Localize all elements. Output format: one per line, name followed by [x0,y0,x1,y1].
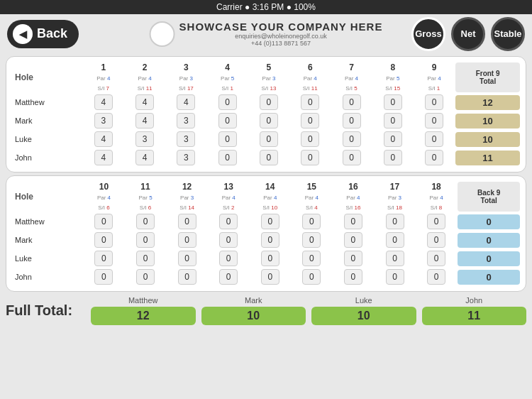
score-input[interactable]: 0 [94,251,113,266]
player-total-value: 10 [201,307,306,325]
score-input[interactable]: 0 [425,113,443,129]
score-input[interactable]: 4 [177,94,195,110]
score-cell: 0 [84,250,124,267]
score-input[interactable]: 3 [177,113,195,129]
score-input[interactable]: 4 [135,113,154,129]
score-input[interactable]: 0 [344,232,362,248]
score-input[interactable]: 0 [261,269,279,285]
score-input[interactable]: 0 [343,113,361,129]
score-input[interactable]: 0 [427,251,445,266]
score-input[interactable]: 0 [94,269,113,285]
score-cell: 0 [375,268,415,285]
score-input[interactable]: 3 [177,150,195,165]
score-input[interactable]: 0 [260,94,278,110]
score-input[interactable]: 0 [384,150,402,165]
score-input[interactable]: 0 [302,214,321,229]
score-input[interactable]: 0 [218,150,237,165]
score-cell: 0 [167,231,207,248]
score-input[interactable]: 0 [425,131,443,147]
score-input[interactable]: 4 [135,150,154,165]
score-input[interactable]: 0 [302,269,321,285]
score-input[interactable]: 0 [218,131,237,147]
score-input[interactable]: 4 [94,150,113,165]
score-input[interactable]: 0 [136,269,155,285]
net-button[interactable]: Net [451,17,485,51]
full-total-section: Full Total: Matthew 12 Mark 10 Luke 10 J… [6,296,526,325]
score-cell: 0 [167,268,207,285]
score-input[interactable]: 0 [136,214,155,229]
score-cell: 0 [414,131,454,148]
score-input[interactable]: 0 [178,232,196,248]
stable-button[interactable]: Stable [491,17,525,51]
score-input[interactable]: 0 [261,251,279,266]
score-input[interactable]: 0 [261,232,279,248]
score-input[interactable]: 0 [344,269,362,285]
player-total-name: Mark [201,296,306,305]
back-button[interactable]: ◀ Back [7,20,79,48]
battery-text: 100% [294,2,316,12]
score-input[interactable]: 0 [343,131,361,147]
player-total-name: John [422,296,527,305]
score-input[interactable]: 0 [302,232,321,248]
score-input[interactable]: 0 [427,214,445,229]
score-input[interactable]: 0 [260,113,278,129]
score-input[interactable]: 0 [94,232,113,248]
score-input[interactable]: 0 [260,131,278,147]
score-input[interactable]: 0 [425,150,443,165]
score-cell: 0 [375,231,415,248]
score-cell: 0 [333,213,374,230]
score-input[interactable]: 0 [301,131,319,147]
score-input[interactable]: 4 [94,131,113,147]
score-input[interactable]: 0 [219,214,238,229]
score-input[interactable]: 0 [178,251,196,266]
score-input[interactable]: 0 [386,251,404,266]
score-input[interactable]: 0 [261,214,279,229]
score-input[interactable]: 0 [219,251,238,266]
score-cell: 4 [84,131,123,148]
score-cell: 0 [209,213,249,230]
score-input[interactable]: 0 [384,94,402,110]
score-input[interactable]: 0 [386,269,404,285]
score-input[interactable]: 0 [136,232,155,248]
score-input[interactable]: 0 [344,251,362,266]
score-input[interactable]: 0 [219,232,238,248]
score-input[interactable]: 0 [260,150,278,165]
score-input[interactable]: 0 [344,214,362,229]
score-input[interactable]: 0 [136,251,155,266]
score-input[interactable]: 0 [425,94,443,110]
score-input[interactable]: 0 [301,150,319,165]
score-cell: 0 [331,94,371,111]
gross-button[interactable]: Gross [411,17,445,51]
score-input[interactable]: 0 [218,94,237,110]
score-input[interactable]: 0 [384,131,402,147]
score-input[interactable]: 0 [178,269,196,285]
score-input[interactable]: 0 [94,214,113,229]
score-cell: 0 [373,94,413,111]
score-cell: 0 [126,250,166,267]
score-cell: 0 [250,231,290,248]
score-input[interactable]: 3 [135,131,154,147]
score-input[interactable]: 0 [384,113,402,129]
score-cell: 0 [209,231,249,248]
score-input[interactable]: 0 [343,94,361,110]
score-input[interactable]: 0 [386,232,404,248]
score-input[interactable]: 0 [219,269,238,285]
score-input[interactable]: 0 [301,94,319,110]
section-total: 0 [458,233,520,248]
score-input[interactable]: 4 [94,94,113,110]
score-input[interactable]: 3 [177,131,195,147]
score-input[interactable]: 0 [343,150,361,165]
score-cell: 4 [84,94,123,111]
score-input[interactable]: 0 [178,214,196,229]
score-input[interactable]: 0 [302,251,321,266]
player-total-col: Luke 10 [311,296,416,325]
score-input[interactable]: 0 [386,214,404,229]
score-cell: 0 [414,112,454,129]
score-input[interactable]: 0 [427,232,445,248]
score-cell: 0 [290,149,330,166]
score-input[interactable]: 0 [301,113,319,129]
score-input[interactable]: 0 [427,269,445,285]
score-input[interactable]: 0 [218,113,237,129]
score-input[interactable]: 3 [94,113,113,129]
score-input[interactable]: 4 [135,94,154,110]
